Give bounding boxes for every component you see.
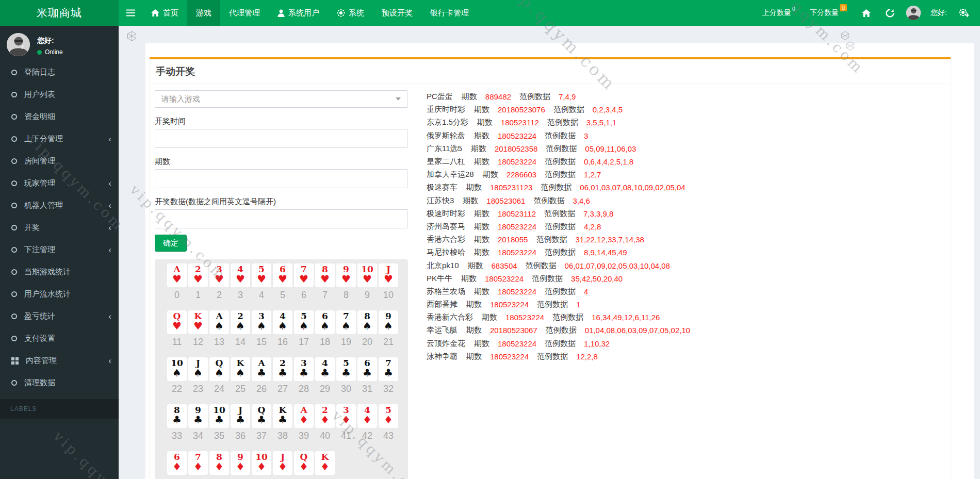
- playing-card[interactable]: 5♣: [336, 357, 356, 381]
- playing-card[interactable]: J♠: [188, 357, 208, 381]
- sidebar-item-payment-settings[interactable]: 支付设置: [0, 327, 119, 350]
- playing-card[interactable]: Q♦: [294, 451, 314, 475]
- user-menu-button[interactable]: [903, 0, 924, 26]
- sidebar-item-score-management[interactable]: 上下分管理‹: [0, 128, 119, 150]
- playing-card[interactable]: 6♦: [167, 451, 187, 475]
- sidebar-greeting: 您好:: [37, 36, 63, 45]
- playing-card[interactable]: K♠: [231, 357, 250, 381]
- playing-card[interactable]: A♦: [294, 404, 314, 428]
- card-index: 34: [188, 431, 208, 441]
- playing-card[interactable]: 7♦: [188, 451, 208, 475]
- playing-card[interactable]: 10♣: [209, 404, 229, 428]
- playing-card[interactable]: K♣: [273, 404, 292, 428]
- up-score-link[interactable]: 上分数量 0: [756, 0, 802, 26]
- playing-card[interactable]: 10♠: [167, 357, 187, 381]
- refresh-button[interactable]: [879, 0, 901, 26]
- playing-card[interactable]: 3♥: [209, 263, 229, 287]
- playing-card[interactable]: 9♣: [188, 404, 208, 428]
- playing-card[interactable]: 9♥: [336, 263, 356, 287]
- playing-card[interactable]: A♣: [252, 357, 271, 381]
- card-suit-icon: ♦: [172, 461, 182, 472]
- playing-card[interactable]: A♠: [209, 310, 229, 334]
- playing-card[interactable]: 10♦: [252, 451, 271, 475]
- card-suit-icon: ♥: [341, 274, 351, 284]
- sidebar-item-lottery-draw[interactable]: 开奖‹: [0, 217, 119, 239]
- playing-card[interactable]: 5♠: [294, 310, 314, 334]
- sample-value: 3,4,6: [573, 196, 590, 205]
- sidebar-toggle-button[interactable]: [119, 0, 142, 26]
- draw-time-input[interactable]: [155, 129, 407, 148]
- confirm-button[interactable]: 确定: [155, 235, 187, 252]
- down-score-link[interactable]: 下分数量 0: [804, 0, 853, 26]
- playing-card[interactable]: 2♠: [231, 310, 250, 334]
- game-select[interactable]: 请输入游戏: [155, 90, 407, 108]
- playing-card[interactable]: 8♠: [357, 310, 377, 334]
- playing-card[interactable]: Q♠: [209, 357, 229, 381]
- playing-card[interactable]: 10♥: [357, 263, 377, 287]
- app-logo[interactable]: 米珈商城: [0, 0, 119, 26]
- playing-card[interactable]: 6♠: [315, 310, 335, 334]
- topbar-nav-system-users[interactable]: 系统用户: [269, 0, 328, 26]
- topbar-nav-preset-draw[interactable]: 预设开奖: [373, 0, 421, 26]
- sidebar-menu: 登陆日志用户列表资金明细上下分管理‹房间管理玩家管理‹机器人管理‹开奖‹下注管理…: [0, 61, 119, 394]
- playing-card[interactable]: K♦: [315, 451, 335, 475]
- sidebar-item-content-management[interactable]: 内容管理‹: [0, 350, 119, 372]
- sidebar-item-login-logs[interactable]: 登陆日志: [0, 61, 119, 84]
- game-name: 加拿大幸运28: [427, 170, 474, 179]
- playing-card[interactable]: 8♦: [209, 451, 229, 475]
- playing-card[interactable]: 7♠: [336, 310, 356, 334]
- sidebar-item-funds-detail[interactable]: 资金明细: [0, 106, 119, 128]
- playing-card[interactable]: 6♥: [273, 263, 292, 287]
- playing-card[interactable]: 9♦: [231, 451, 250, 475]
- playing-card[interactable]: 6♣: [357, 357, 377, 381]
- topbar-nav-bank-card-management[interactable]: 银行卡管理: [421, 0, 478, 26]
- issue-value: 180523224: [498, 339, 536, 348]
- sidebar-item-bet-management[interactable]: 下注管理‹: [0, 239, 119, 261]
- playing-card[interactable]: 2♦: [315, 404, 335, 428]
- playing-card[interactable]: 2♥: [188, 263, 208, 287]
- sidebar-item-room-management[interactable]: 房间管理: [0, 150, 119, 172]
- playing-card[interactable]: 2♣: [273, 357, 292, 381]
- playing-card[interactable]: 5♥: [252, 263, 271, 287]
- issue-number-input[interactable]: [155, 169, 407, 188]
- playing-card[interactable]: A♥: [167, 263, 187, 287]
- sidebar-item-player-management[interactable]: 玩家管理‹: [0, 172, 119, 194]
- playing-card[interactable]: 4♦: [357, 404, 377, 428]
- playing-card[interactable]: 9♠: [379, 310, 398, 334]
- sidebar-item-current-game-stats[interactable]: 当期游戏统计: [0, 261, 119, 283]
- sidebar-item-user-list[interactable]: 用户列表: [0, 84, 119, 106]
- playing-card[interactable]: 5♦: [379, 404, 398, 428]
- sidebar-item-clean-data[interactable]: 清理数据: [0, 372, 119, 394]
- playing-card[interactable]: 3♣: [294, 357, 314, 381]
- playing-card[interactable]: J♥: [379, 263, 398, 287]
- card-index: 5: [273, 290, 292, 301]
- playing-card[interactable]: 4♣: [315, 357, 335, 381]
- settings-button[interactable]: [953, 0, 975, 26]
- sidebar-item-user-flow-stats[interactable]: 用户流水统计: [0, 283, 119, 305]
- playing-card[interactable]: 4♠: [273, 310, 292, 334]
- sidebar-item-robot-management[interactable]: 机器人管理‹: [0, 194, 119, 217]
- topbar-nav-games[interactable]: 游戏: [187, 0, 220, 26]
- topbar-nav-system[interactable]: 系统: [328, 0, 373, 26]
- playing-card[interactable]: 7♥: [294, 263, 314, 287]
- topbar-nav-agent-management[interactable]: 代理管理: [220, 0, 269, 26]
- game-name: 幸运飞艇: [427, 325, 458, 335]
- circle-icon: [11, 114, 17, 120]
- sidebar-item-profit-loss-stats[interactable]: 盈亏统计‹: [0, 305, 119, 327]
- playing-card[interactable]: J♦: [273, 451, 292, 475]
- playing-card[interactable]: 3♠: [252, 310, 271, 334]
- draw-data-input[interactable]: [155, 209, 407, 228]
- playing-card[interactable]: J♣: [231, 404, 250, 428]
- playing-card[interactable]: 8♥: [315, 263, 335, 287]
- topbar-nav-home[interactable]: 首页: [142, 0, 187, 26]
- playing-card[interactable]: 3♦: [336, 404, 356, 428]
- home-shortcut-button[interactable]: [855, 0, 877, 26]
- playing-card[interactable]: 4♥: [231, 263, 250, 287]
- playing-card[interactable]: K♥: [188, 310, 208, 334]
- playing-card[interactable]: Q♥: [167, 310, 187, 334]
- card-suit-icon: ♥: [172, 321, 182, 331]
- playing-card[interactable]: Q♣: [252, 404, 271, 428]
- playing-card[interactable]: 8♣: [167, 404, 187, 428]
- playing-card[interactable]: 7♣: [379, 357, 398, 381]
- sidebar-item-label: 开奖: [24, 223, 40, 233]
